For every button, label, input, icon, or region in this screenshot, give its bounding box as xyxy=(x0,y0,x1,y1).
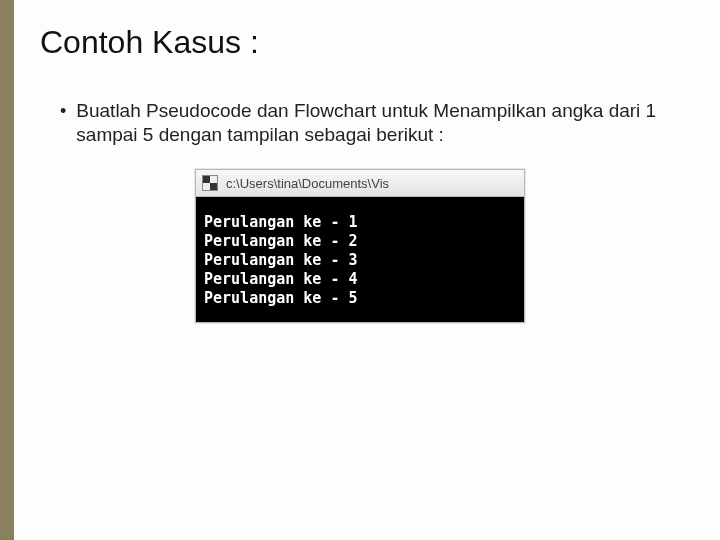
accent-bar xyxy=(0,0,14,540)
console-line: Perulangan ke - 5 xyxy=(204,289,358,307)
console-line: Perulangan ke - 4 xyxy=(204,270,358,288)
bullet-item: • Buatlah Pseudocode dan Flowchart untuk… xyxy=(60,99,680,147)
console-window: c:\Users\tina\Documents\Vis Perulangan k… xyxy=(195,169,525,323)
bullet-marker: • xyxy=(60,99,66,123)
console-line: Perulangan ke - 2 xyxy=(204,232,358,250)
console-line: Perulangan ke - 1 xyxy=(204,213,358,231)
slide-title: Contoh Kasus : xyxy=(40,24,680,61)
slide-content: Contoh Kasus : • Buatlah Pseudocode dan … xyxy=(0,0,720,323)
bullet-text: Buatlah Pseudocode dan Flowchart untuk M… xyxy=(76,99,656,147)
window-titlebar: c:\Users\tina\Documents\Vis xyxy=(196,170,524,197)
console-line: Perulangan ke - 3 xyxy=(204,251,358,269)
app-icon xyxy=(202,175,218,191)
console-output: Perulangan ke - 1 Perulangan ke - 2 Peru… xyxy=(196,197,524,322)
window-path: c:\Users\tina\Documents\Vis xyxy=(226,176,389,191)
